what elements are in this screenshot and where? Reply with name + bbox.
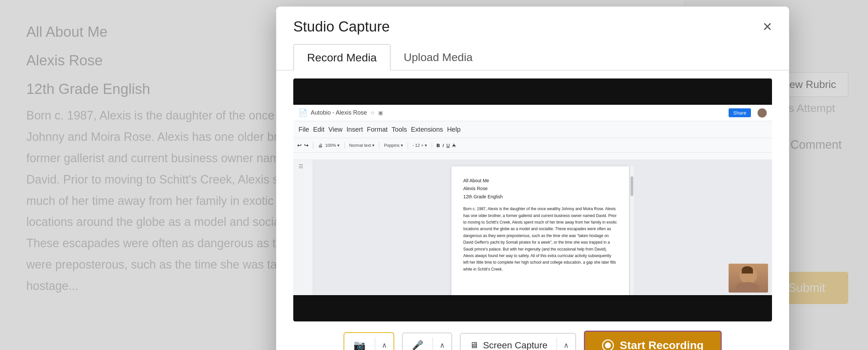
screen-capture-group: 🖥 Screen Capture ∧ [460,333,576,350]
menu-help[interactable]: Help [447,126,461,133]
gdoc-menu-bar: File Edit View Insert Format Tools Exten… [293,121,772,138]
gdoc-share-button[interactable]: Share [728,108,751,117]
gdoc-sidebar: ☰ [293,160,313,295]
mic-button[interactable]: 🎤 [403,333,433,350]
toolbar-bold[interactable]: B [437,143,440,148]
menu-edit[interactable]: Edit [313,126,324,133]
menu-format[interactable]: Format [367,126,388,133]
mic-control-group: 🎤 ∧ [402,332,452,350]
gdoc-page-title-2: Alexis Rose [463,185,617,192]
controls-bar: 📷 ∧ 🎤 ∧ 🖥 Screen Capture ∧ [276,321,789,350]
modal-title: Studio Capture [293,19,390,35]
record-icon-inner [605,343,611,348]
menu-tools[interactable]: Tools [392,126,407,133]
gdoc-doc-icon: 📄 [299,109,307,117]
gdoc-ruler [293,153,772,160]
record-icon [602,340,614,350]
gdoc-preview: 📄 Autobio - Alexis Rose ☆ ▣ Share File E… [293,105,772,295]
toolbar-undo[interactable]: ↩ [297,142,302,148]
menu-file[interactable]: File [299,126,309,133]
mic-icon: 🎤 [412,340,424,350]
preview-top-bar [293,78,772,104]
camera-control-group: 📷 ∧ [344,332,394,350]
toolbar-redo[interactable]: ↪ [304,142,308,148]
screen-capture-label: Screen Capture [483,340,548,350]
screen-capture-chevron-button[interactable]: ∧ [557,335,576,350]
preview-area: 📄 Autobio - Alexis Rose ☆ ▣ Share File E… [293,78,772,321]
toolbar-strikethrough[interactable]: A [453,143,455,148]
gdoc-star-icon: ☆ [370,110,375,116]
start-recording-button[interactable]: Start Recording [584,330,722,350]
camera-chevron-button[interactable]: ∧ [375,335,394,350]
webcam-overlay [728,264,768,292]
toolbar-font[interactable]: Poppins ▾ [384,143,403,148]
screen-capture-icon: 🖥 [470,340,478,350]
gdoc-content-area: ☰ All About Me Alexis Rose 12th Grade En… [293,160,772,295]
studio-capture-modal: Studio Capture × Record Media Upload Med… [276,7,789,350]
preview-bottom-bar [293,296,772,321]
gdoc-page-title-1: All About Me [463,177,617,184]
gdoc-page-title-3: 12th Grade English [463,193,617,200]
gdoc-page: All About Me Alexis Rose 12th Grade Engl… [452,167,629,295]
gdoc-page-body: Born c. 1987, Alexis is the daughter of … [463,206,617,273]
menu-view[interactable]: View [329,126,343,133]
start-recording-label: Start Recording [620,339,704,350]
gdoc-account-icon [757,108,767,117]
gdoc-page-area: All About Me Alexis Rose 12th Grade Engl… [313,160,772,295]
tab-record-media[interactable]: Record Media [293,44,391,71]
toolbar-normal-text[interactable]: Normal text ▾ [349,143,374,148]
camera-icon: 📷 [353,340,366,350]
gdoc-toolbar-icons: ↩ ↪ 🖨 100% ▾ Normal text ▾ Poppins ▾ - 1… [293,138,772,153]
gdoc-title-bar: 📄 Autobio - Alexis Rose ☆ ▣ Share [293,105,772,121]
modal-close-button[interactable]: × [763,19,772,34]
gdoc-file-name: Autobio - Alexis Rose [311,109,367,116]
gdoc-drive-icon: ▣ [378,110,383,116]
tabs-bar: Record Media Upload Media [276,44,789,71]
toolbar-underline[interactable]: U [446,143,450,148]
camera-button[interactable]: 📷 [344,333,375,350]
menu-extensions[interactable]: Extensions [411,126,443,133]
modal-header: Studio Capture × [276,7,789,44]
toolbar-font-size[interactable]: - 12 + ▾ [413,143,427,148]
screen-capture-button[interactable]: 🖥 Screen Capture [461,334,557,350]
toolbar-italic[interactable]: I [442,143,444,148]
toolbar-zoom[interactable]: 100% ▾ [325,143,340,148]
menu-insert[interactable]: Insert [346,126,363,133]
toolbar-print[interactable]: 🖨 [318,143,322,148]
tab-upload-media[interactable]: Upload Media [391,44,486,71]
mic-chevron-button[interactable]: ∧ [433,335,452,350]
webcam-face [728,264,768,292]
